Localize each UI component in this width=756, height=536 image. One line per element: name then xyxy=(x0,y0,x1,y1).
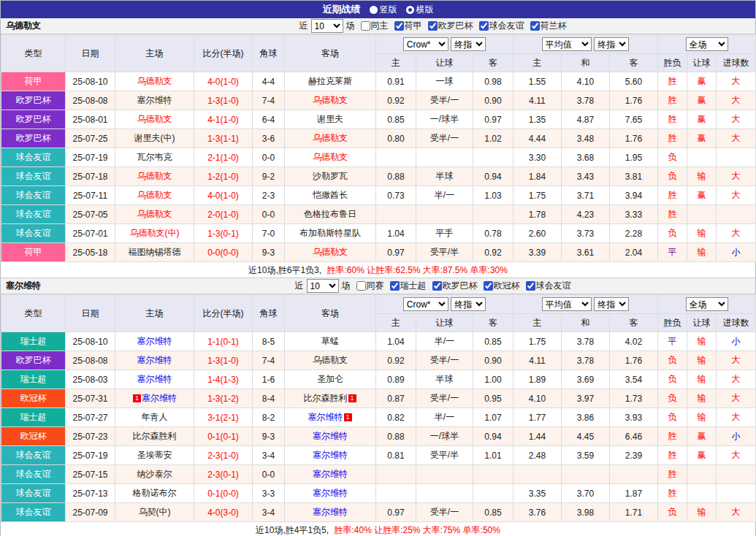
home-odds-cell: 0.97 xyxy=(376,243,416,262)
avg-home-cell: 1.75 xyxy=(513,186,562,205)
sub-header-handicap: 让球 xyxy=(416,54,473,72)
away-odds-cell: 0.94 xyxy=(473,167,513,186)
avg-away-cell: 3.93 xyxy=(610,408,658,427)
team-name[interactable]: 塞尔维特 xyxy=(313,488,348,498)
recent-count-select[interactable]: 10 xyxy=(311,19,343,33)
team-name[interactable]: 塞尔维特 xyxy=(308,412,343,422)
avg-time-select[interactable]: 终指 xyxy=(594,37,629,51)
league-checkbox[interactable] xyxy=(526,281,535,291)
radio-label: 竖版 xyxy=(380,4,397,16)
same-checkbox[interactable] xyxy=(356,281,366,291)
avg-draw-cell: 3.73 xyxy=(562,224,610,243)
handicap-cell xyxy=(416,484,473,503)
team-name[interactable]: 塞尔维特 xyxy=(313,507,348,517)
avg-time-select[interactable]: 终指 xyxy=(594,297,629,311)
home-odds-cell: 0.97 xyxy=(376,503,416,522)
corner-cell: 9-3 xyxy=(253,243,285,262)
away-team-cell: 塞尔维特 xyxy=(285,446,376,465)
team-name[interactable]: 乌德勒支 xyxy=(137,171,172,181)
team-name[interactable]: 塞尔维特 xyxy=(313,431,348,441)
filter-league-3[interactable]: 荷兰杯 xyxy=(530,20,567,32)
home-odds-cell xyxy=(376,484,416,503)
home-team-cell: 格勒诺布尔 xyxy=(115,484,194,503)
team-name[interactable]: 塞尔维特 xyxy=(137,374,172,384)
team-name: 比尔森胜利 xyxy=(304,393,348,403)
team-name[interactable]: 乌德勒支 xyxy=(137,209,172,219)
corner-cell: 2-3 xyxy=(253,186,285,205)
team-name[interactable]: 乌德勒支 xyxy=(137,190,172,200)
match-row: 欧罗巴杯25-08-08塞尔维特1-3(1-0)7-4乌德勒支0.92受半/一0… xyxy=(1,351,756,370)
odds-time-select[interactable]: 终指 xyxy=(451,37,486,51)
league-checkbox[interactable] xyxy=(428,21,438,31)
result-handicap-cell: 输 xyxy=(687,351,717,370)
match-row: 欧冠杯25-07-23比尔森胜利0-1(0-1)9-3塞尔维特0.88一/球半0… xyxy=(1,427,756,446)
team-name[interactable]: 塞尔维特 xyxy=(137,336,172,346)
result-goals-cell: 大 xyxy=(717,389,756,408)
avg-type-select[interactable]: 平均值 xyxy=(542,297,592,311)
scope-select[interactable]: 全场 xyxy=(686,297,728,311)
team-name[interactable]: 塞尔维特 xyxy=(313,469,348,479)
col-header-home: 主场 xyxy=(115,35,194,72)
result-handicap-cell: 赢 xyxy=(687,72,717,91)
league-checkbox[interactable] xyxy=(390,281,400,291)
home-odds-cell: 0.89 xyxy=(376,370,416,389)
corner-cell: 7-0 xyxy=(253,224,285,243)
team-name: 圣加仑 xyxy=(317,374,343,384)
league-checkbox[interactable] xyxy=(479,21,489,31)
filter-league-1[interactable]: 欧罗巴杯 xyxy=(432,280,478,292)
avg-type-select[interactable]: 平均值 xyxy=(542,37,592,51)
filter-league-2[interactable]: 球会友谊 xyxy=(479,20,524,32)
avg-draw-cell: 4.10 xyxy=(562,72,610,91)
league-checkbox[interactable] xyxy=(530,21,540,31)
layout-vertical-radio[interactable]: 竖版 xyxy=(370,4,397,16)
recent-count-select[interactable]: 10 xyxy=(307,279,339,293)
away-team-cell: 比尔森胜利1 xyxy=(285,389,376,408)
filter-league-0[interactable]: 瑞士超 xyxy=(390,280,427,292)
handicap-cell xyxy=(416,205,473,224)
team-name[interactable]: 塞尔维特 xyxy=(142,393,177,403)
team-name[interactable]: 塞尔维特 xyxy=(137,355,172,365)
league-badge: 球会友谊 xyxy=(1,503,66,522)
summary-record: 近10场,胜4平1负5, xyxy=(256,525,329,535)
home-odds-cell: 1.04 xyxy=(376,332,416,351)
filter-league-3[interactable]: 球会友谊 xyxy=(526,280,571,292)
section-header: 塞尔维特 近 10 场 同赛 瑞士超 欧罗巴杯 xyxy=(1,278,755,294)
layout-horizontal-radio[interactable]: 横版 xyxy=(406,4,434,16)
radio-icon[interactable] xyxy=(370,6,378,14)
radio-icon[interactable] xyxy=(406,6,414,14)
away-team-cell: 塞尔维特 xyxy=(285,465,376,484)
team-name[interactable]: 乌德勒支 xyxy=(313,133,348,143)
handicap-cell: 半球 xyxy=(416,370,473,389)
result-outcome-cell: 胜 xyxy=(658,186,687,205)
odds-company-select[interactable]: Crow* xyxy=(403,297,448,311)
filter-league-2[interactable]: 欧冠杯 xyxy=(484,280,520,292)
team-name[interactable]: 乌德勒支 xyxy=(137,114,172,124)
home-team-cell: 塞尔维特 xyxy=(115,91,194,110)
league-checkbox[interactable] xyxy=(432,281,442,291)
avg-home-cell: 1.55 xyxy=(513,72,562,91)
league-checkbox[interactable] xyxy=(484,281,493,291)
handicap-cell: 受半/一 xyxy=(416,91,473,110)
odds-company-select[interactable]: Crow* xyxy=(403,37,448,51)
team-section-away: 塞尔维特 近 10 场 同赛 瑞士超 欧罗巴杯 xyxy=(1,278,755,536)
filter-league-1[interactable]: 欧罗巴杯 xyxy=(428,20,473,32)
odds-time-select[interactable]: 终指 xyxy=(451,297,486,311)
team-name[interactable]: 乌德勒支 xyxy=(313,247,348,257)
scope-select[interactable]: 全场 xyxy=(686,37,728,51)
filter-league-0[interactable]: 荷甲 xyxy=(394,20,422,32)
team-name[interactable]: 乌德勒支 xyxy=(137,76,172,86)
score-cell: 2-3(1-0) xyxy=(194,446,253,465)
handicap-cell xyxy=(416,148,473,167)
league-badge: 瑞士超 xyxy=(1,370,66,389)
team-name[interactable]: 乌德勒支 xyxy=(313,152,348,162)
league-checkbox[interactable] xyxy=(394,21,404,31)
team-name-title: 塞尔维特 xyxy=(6,280,41,292)
team-name[interactable]: 乌德勒支 xyxy=(313,95,348,105)
away-team-cell: 圣加仑 xyxy=(285,370,376,389)
team-name[interactable]: 乌德勒支(中) xyxy=(130,228,180,238)
match-date: 25-08-08 xyxy=(66,91,115,110)
team-name[interactable]: 塞尔维特 xyxy=(313,450,348,460)
filter-same[interactable]: 同主 xyxy=(361,20,389,32)
filter-same[interactable]: 同赛 xyxy=(356,280,384,292)
same-checkbox[interactable] xyxy=(361,21,370,31)
